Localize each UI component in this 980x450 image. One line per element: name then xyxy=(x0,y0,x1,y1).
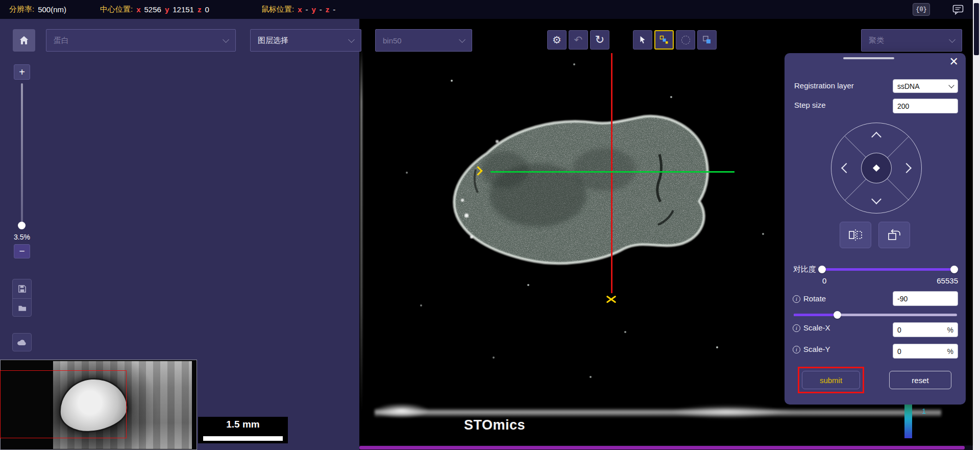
scale-x-input[interactable]: 0 % xyxy=(893,322,958,337)
refresh-icon: ↻ xyxy=(595,33,604,46)
pan-right-button[interactable] xyxy=(901,163,912,173)
bin-size-dropdown[interactable]: bin50 xyxy=(375,29,472,52)
reset-button[interactable]: reset xyxy=(889,371,951,389)
mouse-position-readout: 鼠标位置: x - y - z - xyxy=(261,0,335,19)
merge-layers-icon xyxy=(702,35,712,44)
mouse-x-value: - xyxy=(306,5,308,14)
cluster-dropdown[interactable]: 聚类 xyxy=(861,29,962,52)
vertical-axis-line xyxy=(611,53,612,293)
rotate-image-button[interactable] xyxy=(878,222,910,248)
chip-edge-left xyxy=(360,47,362,412)
pan-dpad xyxy=(831,123,922,214)
gear-icon: ⚙ xyxy=(552,34,561,46)
open-folder-button[interactable] xyxy=(13,298,31,317)
colorbar-top-value: 1 xyxy=(922,407,926,415)
pan-up-button[interactable] xyxy=(871,132,881,142)
lasso-icon xyxy=(681,36,690,44)
bin-brush-tool-button[interactable] xyxy=(654,30,674,50)
scale-y-input[interactable]: 0 % xyxy=(893,344,958,359)
resolution-value: 500(nm) xyxy=(38,5,66,14)
app-root: STOmics 1.5 mm 分辨率: 500(nm) 中心位置: x 5256… xyxy=(0,0,980,450)
protein-dropdown[interactable]: 蛋白 xyxy=(46,29,236,52)
rotate-slider-fill xyxy=(794,314,838,316)
percent-suffix: % xyxy=(947,347,953,356)
zoom-in-button[interactable]: + xyxy=(14,64,30,80)
undo-button[interactable]: ↶ xyxy=(569,30,588,50)
step-size-input[interactable] xyxy=(893,99,958,113)
center-dot-icon xyxy=(873,164,880,172)
minimap[interactable] xyxy=(0,360,197,450)
code-badge-button[interactable]: {0} xyxy=(913,3,930,16)
stomics-watermark: STOmics xyxy=(464,417,525,433)
horizontal-scrollbar-thumb[interactable] xyxy=(359,446,965,449)
contrast-min-value: 0 xyxy=(822,276,826,285)
center-y-value: 12151 xyxy=(173,5,194,14)
center-x-label: x xyxy=(136,5,140,14)
cloud-upload-button[interactable] xyxy=(12,333,32,351)
rotate-info-icon[interactable]: i xyxy=(793,295,800,303)
contrast-min-knob[interactable] xyxy=(818,266,826,273)
scale-x-label: Scale-X xyxy=(803,322,830,334)
scale-x-value: 0 xyxy=(897,326,901,334)
merge-tool-button[interactable] xyxy=(697,30,717,50)
pointer-tool-button[interactable] xyxy=(633,30,652,50)
debris-dots xyxy=(359,19,360,20)
mouse-position-label: 鼠标位置: xyxy=(261,5,294,14)
rotate-slider-knob[interactable] xyxy=(834,311,841,319)
lasso-tool-button[interactable] xyxy=(676,30,695,50)
scale-bar-label: 1.5 mm xyxy=(198,419,288,430)
protein-dropdown-label: 蛋白 xyxy=(54,36,69,45)
mouse-x-label: x xyxy=(298,5,302,14)
submit-button[interactable]: submit xyxy=(802,371,860,389)
home-button[interactable] xyxy=(13,29,35,52)
contrast-max-knob[interactable] xyxy=(950,266,958,273)
center-position-label: 中心位置: xyxy=(100,5,133,14)
step-size-label: Step size xyxy=(794,98,826,112)
pan-left-button[interactable] xyxy=(841,163,851,173)
scale-y-value: 0 xyxy=(897,347,901,356)
registration-layer-label: Registration layer xyxy=(794,79,854,93)
tissue-specimen-image xyxy=(436,93,714,300)
chevron-down-icon xyxy=(223,36,229,43)
mouse-z-value: - xyxy=(333,5,335,14)
scale-x-info-icon[interactable]: i xyxy=(793,324,800,332)
scale-y-info-icon[interactable]: i xyxy=(793,346,800,353)
home-icon xyxy=(18,35,30,46)
flip-horizontal-button[interactable] xyxy=(840,222,871,248)
scale-bar: 1.5 mm xyxy=(198,417,288,443)
folder-icon xyxy=(18,304,27,313)
chat-icon xyxy=(952,5,964,15)
feedback-chat-button[interactable] xyxy=(950,3,966,16)
zoom-out-button[interactable]: − xyxy=(14,244,30,258)
center-x-value: 5256 xyxy=(144,5,161,14)
percent-suffix: % xyxy=(947,326,953,334)
layer-select-dropdown[interactable]: 图层选择 xyxy=(250,29,361,52)
center-position-readout: 中心位置: x 5256 y 12151 z 0 xyxy=(100,0,209,19)
chip-edge-glow-left xyxy=(374,403,430,418)
registration-layer-select[interactable]: ssDNA xyxy=(893,79,958,93)
refresh-button[interactable]: ↻ xyxy=(590,30,609,50)
layer-select-label: 图层选择 xyxy=(258,36,288,45)
zoom-slider-knob[interactable] xyxy=(18,222,26,229)
save-button[interactable] xyxy=(13,279,31,298)
flip-horizontal-icon xyxy=(848,229,863,241)
undo-icon: ↶ xyxy=(574,34,583,46)
horizontal-scrollbar-track[interactable] xyxy=(359,445,973,450)
horizontal-axis-line xyxy=(491,171,734,173)
panel-close-button[interactable]: ✕ xyxy=(949,55,959,68)
colorbar-legend xyxy=(904,404,912,438)
scale-bar-rule xyxy=(203,436,283,441)
axis-cross-handle[interactable] xyxy=(605,294,617,305)
zoom-slider-track[interactable] xyxy=(21,83,23,225)
cursor-arrow-icon xyxy=(638,35,647,44)
minimap-viewport-rect[interactable] xyxy=(0,370,127,438)
rotate-label: Rotate xyxy=(803,293,826,304)
rotate-input[interactable] xyxy=(893,291,958,306)
pan-center-button[interactable] xyxy=(861,153,892,183)
panel-drag-handle[interactable] xyxy=(843,57,894,59)
vertical-scrollbar-thumb[interactable] xyxy=(974,3,979,55)
settings-button[interactable]: ⚙ xyxy=(547,30,567,50)
pan-down-button[interactable] xyxy=(871,194,881,204)
contrast-slider-track[interactable] xyxy=(822,268,954,271)
vertical-scrollbar-track[interactable] xyxy=(973,0,980,450)
